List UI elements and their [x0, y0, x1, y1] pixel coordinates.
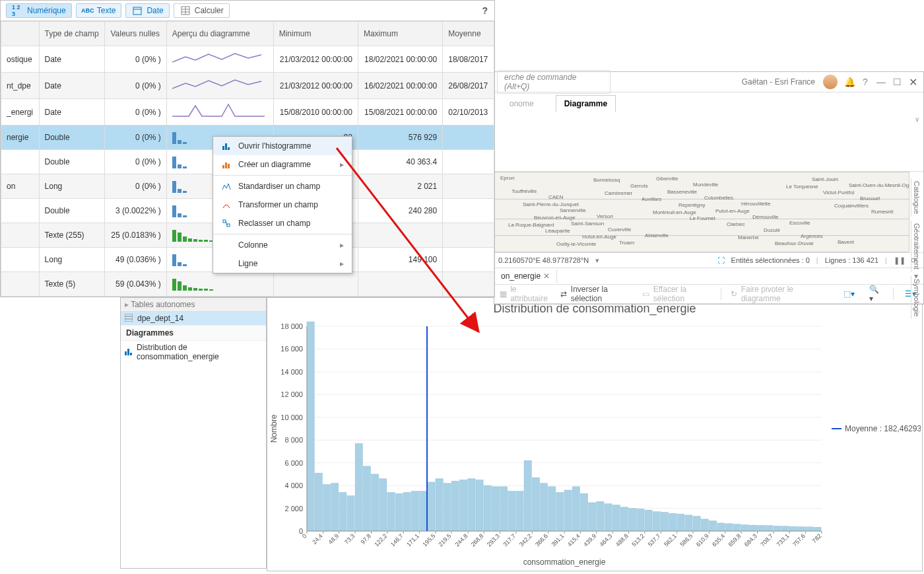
- calculate-button[interactable]: Calculer: [174, 3, 230, 18]
- svg-rect-19: [127, 349, 129, 355]
- col-preview[interactable]: Aperçu du diagramme: [166, 22, 273, 46]
- svg-text:244,8: 244,8: [454, 532, 469, 548]
- calculate-label: Calculer: [195, 6, 224, 15]
- svg-text:268,8: 268,8: [470, 532, 485, 548]
- svg-text:6 000: 6 000: [284, 459, 303, 467]
- svg-text:366,6: 366,6: [534, 532, 549, 548]
- svg-text:171,1: 171,1: [405, 532, 420, 548]
- svg-rect-69: [532, 478, 539, 531]
- table-row[interactable]: Texte (5)59 (0.043% ): [1, 272, 494, 297]
- menu-reclass[interactable]: Reclasser un champ: [213, 214, 352, 233]
- bell-icon[interactable]: 🔔: [842, 77, 857, 87]
- col-type[interactable]: Type de champ: [39, 22, 105, 46]
- histogram-icon: [221, 141, 232, 151]
- map-city-label: Auvillars: [642, 196, 661, 202]
- inverse-sel-button[interactable]: Inverser la sélection: [571, 285, 634, 303]
- svg-rect-43: [323, 484, 330, 531]
- zoom-tool-button[interactable]: 🔍▾: [866, 283, 885, 305]
- side-tab-catalog[interactable]: Catalogue: [911, 178, 922, 217]
- menu-row[interactable]: Ligne ▸: [213, 254, 352, 273]
- col-mean[interactable]: Moyenne: [443, 22, 494, 46]
- map-city-label: Verson: [597, 213, 613, 219]
- svg-rect-75: [580, 493, 587, 531]
- tab-diagramme[interactable]: Diagramme: [556, 95, 616, 112]
- svg-rect-94: [733, 524, 741, 531]
- svg-text:14 000: 14 000: [280, 368, 303, 376]
- map-city-label: Argences: [801, 233, 823, 239]
- tab-autonome[interactable]: onome: [501, 95, 543, 112]
- svg-rect-71: [548, 487, 556, 531]
- map-city-label: Ablainville: [645, 233, 669, 238]
- side-tab-geoproc[interactable]: Géotraitement: [911, 221, 922, 272]
- table-attr-label[interactable]: le attributaire: [510, 285, 550, 303]
- map-city-label: Troarn: [619, 240, 634, 246]
- map-city-label: Mondeville: [693, 182, 718, 188]
- side-tab-symbology[interactable]: Symbologie: [911, 276, 922, 319]
- map-city-label: Coquainvilliers: [834, 203, 869, 209]
- pause-icon[interactable]: ❚❚: [894, 256, 906, 265]
- svg-rect-18: [125, 351, 127, 355]
- menu-create-chart[interactable]: Créer un diagramme ▸: [213, 155, 352, 174]
- histogram-chart[interactable]: 02 0004 0006 0008 00010 00012 00014 0001…: [267, 320, 921, 567]
- ribbon-collapse-icon[interactable]: ∨: [915, 116, 919, 123]
- dropdown-icon[interactable]: ▾: [595, 256, 599, 265]
- col-field[interactable]: [1, 22, 40, 46]
- svg-text:415,4: 415,4: [566, 532, 581, 548]
- chart-panel: Distribution de consommation_energie 02 …: [267, 297, 923, 571]
- svg-rect-48: [363, 466, 370, 531]
- map-city-label: Hotot-en-Auge: [582, 234, 616, 240]
- svg-rect-60: [460, 480, 467, 532]
- table-icon: [125, 314, 134, 323]
- col-max[interactable]: Maximum: [358, 22, 442, 46]
- menu-standardize[interactable]: Standardiser un champ: [213, 177, 352, 196]
- svg-rect-9: [222, 165, 224, 168]
- close-tab-icon[interactable]: ✕: [543, 271, 550, 281]
- svg-rect-73: [564, 490, 572, 531]
- help-button[interactable]: ?: [482, 5, 488, 16]
- col-min[interactable]: Minimum: [273, 22, 358, 46]
- menu-transform[interactable]: Transformer un champ: [213, 196, 352, 214]
- doc-tab-energie[interactable]: on_energie ✕: [494, 269, 557, 283]
- clear-sel-button[interactable]: Effacer la sélection: [653, 285, 713, 303]
- svg-rect-55: [420, 491, 427, 531]
- help-icon[interactable]: ?: [857, 77, 873, 87]
- transform-icon: [221, 199, 232, 210]
- tree-chart-item[interactable]: Distribution de consommation_energie: [121, 341, 266, 363]
- map-city-label: Saint-Ouen-du-Mesnil-Oger: [849, 182, 909, 188]
- table-row[interactable]: ostiqueDate0 (0% )21/03/2012 00:00:0018/…: [1, 46, 494, 73]
- svg-rect-47: [355, 443, 362, 531]
- maximize-button[interactable]: ☐: [889, 77, 905, 87]
- filter-date-button[interactable]: Date: [125, 3, 169, 18]
- tree-layer-dpe[interactable]: dpe_dept_14: [121, 312, 266, 325]
- table-row[interactable]: nt_dpeDate0 (0% )21/03/2012 00:00:0016/0…: [1, 73, 494, 99]
- menu-column[interactable]: Colonne ▸: [213, 236, 352, 254]
- svg-text:684,3: 684,3: [743, 532, 758, 548]
- close-button[interactable]: ✕: [905, 76, 921, 89]
- chevron-right-icon: ▸: [340, 240, 344, 250]
- svg-text:2 000: 2 000: [284, 505, 303, 513]
- filter-text-button[interactable]: ABC Texte: [76, 3, 122, 18]
- map-city-label: CAEN: [548, 194, 563, 200]
- map-view[interactable]: EpronCAENVersonAblainvilleMondevilleHéro…: [494, 172, 909, 252]
- svg-rect-50: [380, 479, 387, 531]
- map-city-label: Saint-Pierre-du-Jonquet: [523, 201, 579, 207]
- svg-rect-0: [133, 7, 141, 15]
- filter-text-label: Texte: [97, 6, 116, 15]
- menu-open-histogram[interactable]: Ouvrir l'histogramme: [213, 137, 352, 155]
- command-search[interactable]: erche de commande (Alt+Q): [497, 70, 610, 94]
- pivot-button[interactable]: Faire pivoter le diagramme: [741, 285, 825, 303]
- table-row[interactable]: _energiDate0 (0% )15/08/2010 00:00:0015/…: [1, 99, 494, 126]
- map-city-label: Saint-Samson: [571, 221, 604, 227]
- svg-text:Nombre: Nombre: [269, 414, 279, 443]
- svg-rect-99: [774, 526, 781, 531]
- user-label: Gaëtan - Esri France: [742, 77, 815, 87]
- menu-standardize-label: Standardiser un champ: [238, 182, 320, 191]
- menu-row-label: Ligne: [238, 259, 257, 268]
- col-nulls[interactable]: Valeurs nulles: [105, 22, 166, 46]
- avatar[interactable]: [823, 75, 838, 89]
- filter-numeric-button[interactable]: 1 2 3 Numérique: [6, 3, 72, 18]
- svg-rect-72: [556, 492, 564, 531]
- map-city-label: Brucourt: [860, 196, 880, 201]
- select-tool-button[interactable]: ⬚▾: [840, 287, 858, 301]
- minimize-button[interactable]: —: [873, 77, 889, 87]
